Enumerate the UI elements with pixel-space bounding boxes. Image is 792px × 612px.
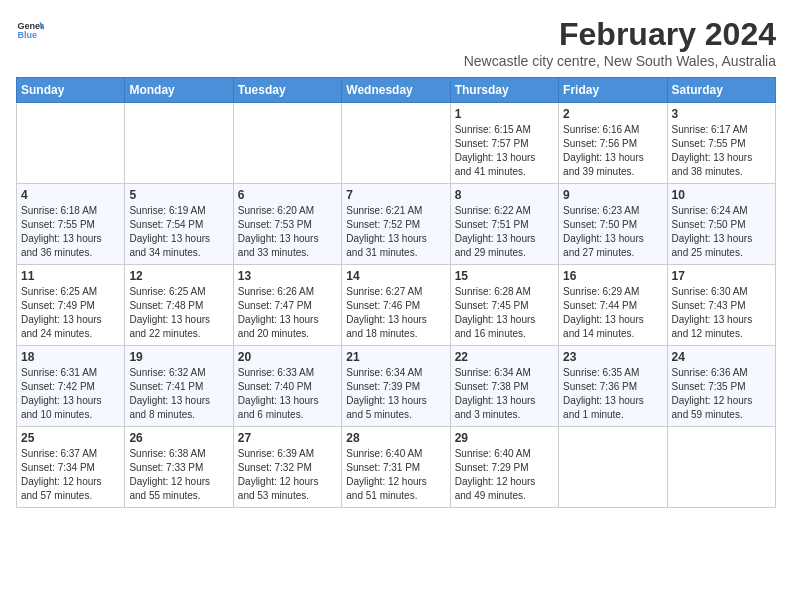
calendar-day-cell: 3Sunrise: 6:17 AM Sunset: 7:55 PM Daylig… bbox=[667, 103, 775, 184]
calendar-day-cell: 10Sunrise: 6:24 AM Sunset: 7:50 PM Dayli… bbox=[667, 184, 775, 265]
weekday-header-row: SundayMondayTuesdayWednesdayThursdayFrid… bbox=[17, 78, 776, 103]
calendar-day-cell: 9Sunrise: 6:23 AM Sunset: 7:50 PM Daylig… bbox=[559, 184, 667, 265]
calendar-day-cell: 21Sunrise: 6:34 AM Sunset: 7:39 PM Dayli… bbox=[342, 346, 450, 427]
weekday-header-cell: Friday bbox=[559, 78, 667, 103]
day-number: 7 bbox=[346, 188, 445, 202]
day-number: 2 bbox=[563, 107, 662, 121]
calendar-day-cell: 26Sunrise: 6:38 AM Sunset: 7:33 PM Dayli… bbox=[125, 427, 233, 508]
calendar-week-row: 25Sunrise: 6:37 AM Sunset: 7:34 PM Dayli… bbox=[17, 427, 776, 508]
calendar-day-cell: 4Sunrise: 6:18 AM Sunset: 7:55 PM Daylig… bbox=[17, 184, 125, 265]
day-number: 22 bbox=[455, 350, 554, 364]
calendar-day-cell: 23Sunrise: 6:35 AM Sunset: 7:36 PM Dayli… bbox=[559, 346, 667, 427]
day-info: Sunrise: 6:15 AM Sunset: 7:57 PM Dayligh… bbox=[455, 123, 554, 179]
calendar-day-cell bbox=[233, 103, 341, 184]
day-info: Sunrise: 6:35 AM Sunset: 7:36 PM Dayligh… bbox=[563, 366, 662, 422]
day-number: 28 bbox=[346, 431, 445, 445]
calendar-body: 1Sunrise: 6:15 AM Sunset: 7:57 PM Daylig… bbox=[17, 103, 776, 508]
day-info: Sunrise: 6:27 AM Sunset: 7:46 PM Dayligh… bbox=[346, 285, 445, 341]
calendar-day-cell bbox=[667, 427, 775, 508]
day-info: Sunrise: 6:17 AM Sunset: 7:55 PM Dayligh… bbox=[672, 123, 771, 179]
svg-text:Blue: Blue bbox=[17, 30, 37, 40]
day-info: Sunrise: 6:24 AM Sunset: 7:50 PM Dayligh… bbox=[672, 204, 771, 260]
logo: General Blue bbox=[16, 16, 44, 44]
day-number: 19 bbox=[129, 350, 228, 364]
calendar-day-cell: 15Sunrise: 6:28 AM Sunset: 7:45 PM Dayli… bbox=[450, 265, 558, 346]
day-info: Sunrise: 6:31 AM Sunset: 7:42 PM Dayligh… bbox=[21, 366, 120, 422]
day-number: 15 bbox=[455, 269, 554, 283]
day-number: 25 bbox=[21, 431, 120, 445]
calendar-day-cell bbox=[342, 103, 450, 184]
calendar-week-row: 4Sunrise: 6:18 AM Sunset: 7:55 PM Daylig… bbox=[17, 184, 776, 265]
day-info: Sunrise: 6:37 AM Sunset: 7:34 PM Dayligh… bbox=[21, 447, 120, 503]
day-info: Sunrise: 6:28 AM Sunset: 7:45 PM Dayligh… bbox=[455, 285, 554, 341]
day-number: 13 bbox=[238, 269, 337, 283]
calendar-day-cell bbox=[17, 103, 125, 184]
logo-icon: General Blue bbox=[16, 16, 44, 44]
calendar-day-cell bbox=[125, 103, 233, 184]
day-number: 6 bbox=[238, 188, 337, 202]
header: General Blue February 2024 Newcastle cit… bbox=[16, 16, 776, 69]
weekday-header-cell: Monday bbox=[125, 78, 233, 103]
calendar-week-row: 18Sunrise: 6:31 AM Sunset: 7:42 PM Dayli… bbox=[17, 346, 776, 427]
day-info: Sunrise: 6:23 AM Sunset: 7:50 PM Dayligh… bbox=[563, 204, 662, 260]
location-title: Newcastle city centre, New South Wales, … bbox=[464, 53, 776, 69]
day-info: Sunrise: 6:30 AM Sunset: 7:43 PM Dayligh… bbox=[672, 285, 771, 341]
day-number: 14 bbox=[346, 269, 445, 283]
day-info: Sunrise: 6:29 AM Sunset: 7:44 PM Dayligh… bbox=[563, 285, 662, 341]
day-number: 12 bbox=[129, 269, 228, 283]
calendar-day-cell bbox=[559, 427, 667, 508]
day-number: 3 bbox=[672, 107, 771, 121]
title-area: February 2024 Newcastle city centre, New… bbox=[464, 16, 776, 69]
calendar-day-cell: 13Sunrise: 6:26 AM Sunset: 7:47 PM Dayli… bbox=[233, 265, 341, 346]
calendar-day-cell: 22Sunrise: 6:34 AM Sunset: 7:38 PM Dayli… bbox=[450, 346, 558, 427]
calendar-day-cell: 11Sunrise: 6:25 AM Sunset: 7:49 PM Dayli… bbox=[17, 265, 125, 346]
day-info: Sunrise: 6:25 AM Sunset: 7:49 PM Dayligh… bbox=[21, 285, 120, 341]
calendar-table: SundayMondayTuesdayWednesdayThursdayFrid… bbox=[16, 77, 776, 508]
calendar-day-cell: 7Sunrise: 6:21 AM Sunset: 7:52 PM Daylig… bbox=[342, 184, 450, 265]
calendar-day-cell: 17Sunrise: 6:30 AM Sunset: 7:43 PM Dayli… bbox=[667, 265, 775, 346]
day-info: Sunrise: 6:20 AM Sunset: 7:53 PM Dayligh… bbox=[238, 204, 337, 260]
day-number: 20 bbox=[238, 350, 337, 364]
day-number: 16 bbox=[563, 269, 662, 283]
weekday-header-cell: Tuesday bbox=[233, 78, 341, 103]
calendar-day-cell: 25Sunrise: 6:37 AM Sunset: 7:34 PM Dayli… bbox=[17, 427, 125, 508]
day-info: Sunrise: 6:18 AM Sunset: 7:55 PM Dayligh… bbox=[21, 204, 120, 260]
weekday-header-cell: Wednesday bbox=[342, 78, 450, 103]
day-number: 11 bbox=[21, 269, 120, 283]
calendar-week-row: 11Sunrise: 6:25 AM Sunset: 7:49 PM Dayli… bbox=[17, 265, 776, 346]
calendar-day-cell: 8Sunrise: 6:22 AM Sunset: 7:51 PM Daylig… bbox=[450, 184, 558, 265]
calendar-day-cell: 6Sunrise: 6:20 AM Sunset: 7:53 PM Daylig… bbox=[233, 184, 341, 265]
day-number: 8 bbox=[455, 188, 554, 202]
calendar-day-cell: 14Sunrise: 6:27 AM Sunset: 7:46 PM Dayli… bbox=[342, 265, 450, 346]
day-info: Sunrise: 6:39 AM Sunset: 7:32 PM Dayligh… bbox=[238, 447, 337, 503]
day-number: 1 bbox=[455, 107, 554, 121]
day-info: Sunrise: 6:22 AM Sunset: 7:51 PM Dayligh… bbox=[455, 204, 554, 260]
day-info: Sunrise: 6:19 AM Sunset: 7:54 PM Dayligh… bbox=[129, 204, 228, 260]
day-number: 18 bbox=[21, 350, 120, 364]
calendar-week-row: 1Sunrise: 6:15 AM Sunset: 7:57 PM Daylig… bbox=[17, 103, 776, 184]
calendar-day-cell: 1Sunrise: 6:15 AM Sunset: 7:57 PM Daylig… bbox=[450, 103, 558, 184]
day-info: Sunrise: 6:34 AM Sunset: 7:38 PM Dayligh… bbox=[455, 366, 554, 422]
day-info: Sunrise: 6:32 AM Sunset: 7:41 PM Dayligh… bbox=[129, 366, 228, 422]
day-info: Sunrise: 6:40 AM Sunset: 7:31 PM Dayligh… bbox=[346, 447, 445, 503]
day-number: 4 bbox=[21, 188, 120, 202]
day-info: Sunrise: 6:36 AM Sunset: 7:35 PM Dayligh… bbox=[672, 366, 771, 422]
day-number: 5 bbox=[129, 188, 228, 202]
day-number: 29 bbox=[455, 431, 554, 445]
day-info: Sunrise: 6:21 AM Sunset: 7:52 PM Dayligh… bbox=[346, 204, 445, 260]
day-info: Sunrise: 6:38 AM Sunset: 7:33 PM Dayligh… bbox=[129, 447, 228, 503]
day-number: 27 bbox=[238, 431, 337, 445]
calendar-day-cell: 20Sunrise: 6:33 AM Sunset: 7:40 PM Dayli… bbox=[233, 346, 341, 427]
day-number: 21 bbox=[346, 350, 445, 364]
day-number: 26 bbox=[129, 431, 228, 445]
day-number: 10 bbox=[672, 188, 771, 202]
calendar-day-cell: 16Sunrise: 6:29 AM Sunset: 7:44 PM Dayli… bbox=[559, 265, 667, 346]
day-number: 17 bbox=[672, 269, 771, 283]
calendar-day-cell: 19Sunrise: 6:32 AM Sunset: 7:41 PM Dayli… bbox=[125, 346, 233, 427]
calendar-day-cell: 2Sunrise: 6:16 AM Sunset: 7:56 PM Daylig… bbox=[559, 103, 667, 184]
calendar-day-cell: 18Sunrise: 6:31 AM Sunset: 7:42 PM Dayli… bbox=[17, 346, 125, 427]
calendar-day-cell: 28Sunrise: 6:40 AM Sunset: 7:31 PM Dayli… bbox=[342, 427, 450, 508]
day-info: Sunrise: 6:33 AM Sunset: 7:40 PM Dayligh… bbox=[238, 366, 337, 422]
weekday-header-cell: Thursday bbox=[450, 78, 558, 103]
calendar-day-cell: 5Sunrise: 6:19 AM Sunset: 7:54 PM Daylig… bbox=[125, 184, 233, 265]
